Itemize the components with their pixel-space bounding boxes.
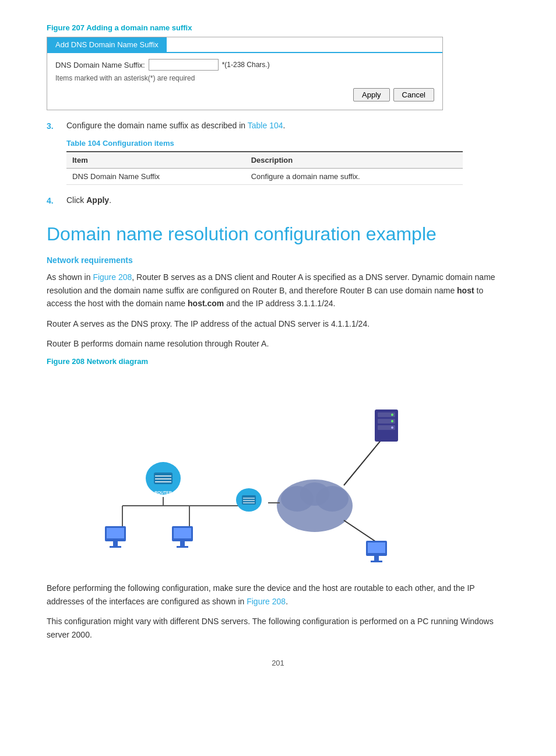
para-config-note: This configuration might vary with diffe…	[47, 615, 507, 641]
step4-text: Click Apply.	[66, 195, 111, 205]
para1: As shown in Figure 208, Router B serves …	[47, 271, 507, 310]
section-heading: Domain name resolution configuration exa…	[47, 223, 509, 245]
svg-rect-31	[180, 541, 185, 546]
svg-rect-13	[154, 473, 173, 484]
table-row: DNS Domain Name Suffix Configure a domai…	[66, 169, 463, 185]
form-body: DNS Domain Name Suffix: *(1-238 Chars.) …	[47, 53, 442, 110]
dns-field-label: DNS Domain Name Suffix:	[55, 61, 145, 69]
step3-number: 3.	[47, 121, 58, 131]
step3: 3. Configure the domain name suffix as d…	[47, 121, 509, 131]
figure207-label: Figure 207 Adding a domain name suffix	[47, 23, 509, 32]
col-description: Description	[245, 152, 463, 169]
dns-field-row: DNS Domain Name Suffix: *(1-238 Chars.)	[55, 59, 434, 71]
dns-domain-name-suffix-input[interactable]	[149, 59, 219, 71]
svg-text:ROUTER: ROUTER	[154, 491, 172, 495]
table104-link[interactable]: Table 104	[248, 121, 283, 130]
svg-line-10	[344, 436, 385, 485]
para-before-config: Before performing the following configur…	[47, 582, 507, 608]
figure208-link-2[interactable]: Figure 208	[247, 597, 286, 606]
svg-text:ROUTER: ROUTER	[241, 512, 256, 515]
svg-rect-26	[107, 528, 124, 538]
svg-rect-28	[110, 546, 121, 548]
cancel-button[interactable]: Cancel	[393, 88, 434, 102]
step3-text: Configure the domain name suffix as desc…	[66, 121, 285, 130]
svg-point-8	[300, 482, 329, 506]
svg-line-11	[344, 520, 379, 544]
form-tab-label: Add DNS Domain Name Suffix	[47, 37, 167, 52]
figure208-link-1[interactable]: Figure 208	[93, 272, 132, 282]
step4: 4. Click Apply.	[47, 195, 509, 205]
para2: Router A serves as the DNS proxy. The IP…	[47, 317, 507, 330]
svg-point-37	[391, 414, 393, 416]
required-note: Items marked with an asterisk(*) are req…	[55, 74, 434, 82]
config-table: Item Description DNS Domain Name Suffix …	[66, 151, 463, 185]
svg-point-38	[391, 420, 393, 422]
cell-description: Configure a domain name suffix.	[245, 169, 463, 185]
col-item: Item	[66, 152, 245, 169]
step4-number: 4.	[47, 195, 58, 205]
dns-field-hint: *(1-238 Chars.)	[222, 61, 270, 69]
para3: Router B performs domain name resolution…	[47, 337, 507, 350]
hostcom-bold: host.com	[188, 299, 224, 308]
page-number: 201	[47, 659, 509, 667]
apply-button[interactable]: Apply	[353, 88, 390, 102]
network-requirements-heading: Network requirements	[47, 256, 509, 265]
pc1-icon	[105, 526, 126, 548]
figure208-label: Figure 208 Network diagram	[47, 357, 509, 366]
router-a-icon: ROUTER	[236, 488, 262, 515]
svg-rect-43	[371, 561, 382, 562]
pc3-icon	[366, 541, 387, 562]
svg-rect-32	[177, 546, 188, 548]
svg-rect-27	[113, 541, 118, 546]
table104-label: Table 104 Configuration items	[66, 139, 509, 148]
dns-server-icon	[375, 410, 398, 442]
network-diagram: ROUTER ROUTER	[47, 372, 443, 570]
form-tab-row: Add DNS Domain Name Suffix	[47, 37, 442, 53]
svg-rect-42	[374, 556, 379, 561]
form-buttons: Apply Cancel	[55, 88, 434, 102]
svg-rect-30	[174, 528, 191, 538]
pc2-icon	[172, 526, 193, 548]
cell-item: DNS Domain Name Suffix	[66, 169, 245, 185]
dns-form-box: Add DNS Domain Name Suffix DNS Domain Na…	[47, 37, 443, 110]
router-b-icon: ROUTER	[146, 462, 181, 495]
svg-rect-41	[368, 542, 385, 553]
diagram-svg: ROUTER ROUTER	[47, 372, 443, 570]
step4-bold: Apply	[86, 195, 109, 205]
svg-point-39	[391, 426, 393, 429]
host-bold: host	[457, 286, 474, 295]
table-header-row: Item Description	[66, 152, 463, 169]
